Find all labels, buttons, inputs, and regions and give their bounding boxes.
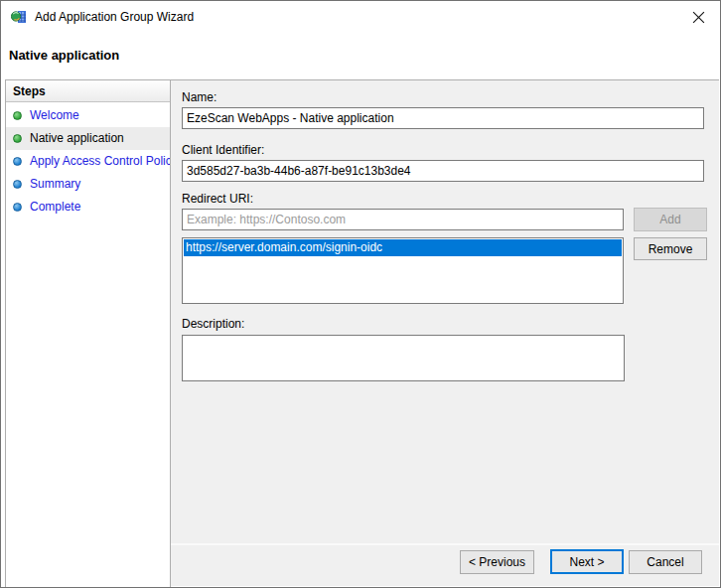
description-label: Description: bbox=[182, 317, 244, 331]
name-label: Name: bbox=[182, 90, 216, 104]
close-icon[interactable] bbox=[686, 6, 710, 28]
step-item-apply-access-control-policy[interactable]: Apply Access Control Policy bbox=[6, 150, 170, 173]
step-item-summary[interactable]: Summary bbox=[6, 173, 170, 196]
step-label: Native application bbox=[30, 131, 124, 145]
redirect-uri-list-item-selected[interactable]: https://server.domain.com/signin-oidc bbox=[184, 239, 622, 256]
step-todo-bullet-icon bbox=[13, 203, 22, 212]
step-current-bullet-icon bbox=[13, 134, 22, 143]
page-title: Native application bbox=[9, 48, 119, 63]
redirect-uri-listbox[interactable]: https://server.domain.com/signin-oidc bbox=[182, 237, 624, 304]
redirect-uri-label: Redirect URI: bbox=[182, 192, 253, 206]
wizard-content-panel: Name: Client Identifier: Redirect URI: A… bbox=[171, 79, 719, 586]
step-done-bullet-icon bbox=[13, 111, 22, 120]
step-label: Complete bbox=[30, 200, 80, 214]
steps-list: Welcome Native application Apply Access … bbox=[6, 102, 170, 219]
steps-header: Steps bbox=[6, 80, 170, 102]
client-identifier-field[interactable] bbox=[182, 160, 704, 182]
step-label: Summary bbox=[30, 177, 80, 191]
add-button[interactable]: Add bbox=[634, 208, 707, 231]
remove-button[interactable]: Remove bbox=[634, 237, 707, 260]
window-title: Add Application Group Wizard bbox=[35, 10, 194, 24]
application-group-icon bbox=[11, 9, 27, 25]
step-todo-bullet-icon bbox=[13, 157, 22, 166]
steps-panel: Steps Welcome Native application Apply A… bbox=[5, 79, 171, 587]
description-field[interactable] bbox=[182, 335, 625, 381]
add-application-group-wizard-dialog: Add Application Group Wizard Native appl… bbox=[0, 0, 721, 588]
redirect-uri-input[interactable] bbox=[182, 209, 624, 230]
next-button[interactable]: Next > bbox=[550, 549, 624, 574]
step-label: Welcome bbox=[30, 108, 79, 122]
step-todo-bullet-icon bbox=[13, 180, 22, 189]
footer-separator bbox=[171, 543, 719, 545]
name-field[interactable] bbox=[182, 107, 704, 129]
step-label: Apply Access Control Policy bbox=[30, 154, 170, 168]
step-item-native-application[interactable]: Native application bbox=[6, 127, 170, 150]
client-identifier-label: Client Identifier: bbox=[182, 143, 264, 157]
step-item-complete[interactable]: Complete bbox=[6, 196, 170, 219]
step-item-welcome[interactable]: Welcome bbox=[6, 104, 170, 127]
title-bar[interactable]: Add Application Group Wizard bbox=[1, 1, 720, 33]
previous-button[interactable]: < Previous bbox=[460, 550, 534, 574]
cancel-button[interactable]: Cancel bbox=[629, 550, 702, 574]
